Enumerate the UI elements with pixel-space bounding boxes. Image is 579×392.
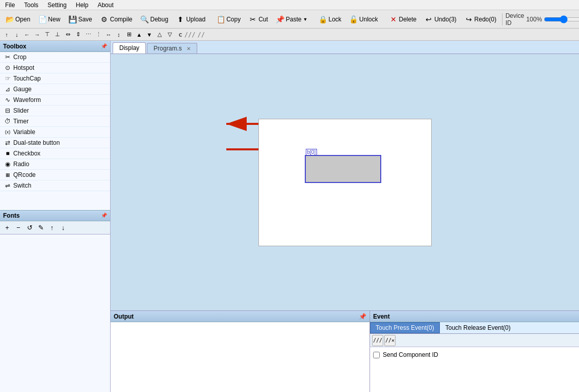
fonts-edit-button[interactable]: ✎ <box>36 222 46 232</box>
event-remove-code-button[interactable]: //✕ <box>384 335 396 346</box>
event-add-code-button[interactable]: /// <box>372 335 383 346</box>
toolbox-item-slider[interactable]: ⊟ Slider <box>0 106 110 116</box>
fonts-move-up-button[interactable]: ↑ <box>47 222 57 232</box>
paste-dropdown-icon: ▼ <box>303 17 308 22</box>
upload-icon: ⬆ <box>176 15 185 23</box>
cut-icon: ✂ <box>249 15 257 23</box>
menu-about[interactable]: About <box>94 1 116 9</box>
send-component-id-checkbox[interactable] <box>373 352 380 358</box>
redo-button[interactable]: ↪ Redo(0) <box>461 12 500 27</box>
zoom-slider[interactable] <box>544 15 579 23</box>
fonts-pin-button[interactable]: 📌 <box>101 213 107 218</box>
tabs-row: Display Program.s ✕ <box>111 41 579 54</box>
lock-button[interactable]: 🔒 Lock <box>315 12 345 27</box>
toolbox-header: Toolbox 📌 <box>0 41 110 52</box>
fonts-move-down-button[interactable]: ↓ <box>58 222 68 232</box>
center-area: Display Program.s ✕ <box>111 41 579 392</box>
tab-close-button[interactable]: ✕ <box>187 46 191 51</box>
paste-button[interactable]: 📌 Paste ▼ <box>273 12 311 27</box>
compile-icon: ⚙ <box>100 15 109 23</box>
align-center-v-icon[interactable]: ⇕ <box>73 30 83 39</box>
hotspot-icon: ⊙ <box>4 64 11 71</box>
copy-icon: 📋 <box>217 15 225 23</box>
canvas-component[interactable]: b[0] <box>305 155 381 183</box>
toolbox-item-label: Crop <box>13 54 27 61</box>
align-bottom-edge-icon[interactable]: ⊥ <box>53 30 62 39</box>
toolbox-item-label: Timer <box>13 118 29 125</box>
distribute-v-icon[interactable]: ⋮ <box>94 30 103 39</box>
fonts-header: Fonts 📌 <box>0 210 110 221</box>
open-button[interactable]: 📂 Open <box>2 12 34 27</box>
toolbox-list: ✂ Crop ⊙ Hotspot ☞ TouchCap ⊿ Gauge ∿ Wa… <box>0 52 110 210</box>
move-forward-icon[interactable]: △ <box>155 30 164 39</box>
toolbox-item-label: Switch <box>13 182 31 189</box>
toolbox-item-label: Dual-state button <box>13 139 60 146</box>
save-button[interactable]: 💾 Save <box>65 12 95 27</box>
tab-display[interactable]: Display <box>113 42 146 54</box>
align-left-icon[interactable]: ← <box>22 30 32 39</box>
toolbox-item-crop[interactable]: ✂ Crop <box>0 52 110 63</box>
output-title: Output <box>114 313 134 320</box>
event-tab-release[interactable]: Touch Release Event(0) <box>440 322 516 333</box>
same-size-icon[interactable]: ⊞ <box>124 30 134 39</box>
debug-button[interactable]: 🔍 Debug <box>137 12 172 27</box>
sep4 <box>502 13 503 25</box>
toolbox-item-label: Hotspot <box>13 64 34 71</box>
event-tabs: Touch Press Event(0) Touch Release Event… <box>370 322 579 334</box>
tab-program[interactable]: Program.s ✕ <box>147 43 197 54</box>
redo-icon: ↪ <box>465 15 473 23</box>
toolbox-item-checkbox[interactable]: ■ Checkbox <box>0 148 110 159</box>
menu-help[interactable]: Help <box>73 1 92 9</box>
new-button[interactable]: 📄 New <box>35 12 64 27</box>
toolbox-item-gauge[interactable]: ⊿ Gauge <box>0 84 110 95</box>
same-width-icon[interactable]: ↔ <box>104 30 113 39</box>
to-back-icon[interactable]: ▼ <box>145 30 154 39</box>
output-header: Output 📌 <box>111 311 370 322</box>
toolbox-item-qrcode[interactable]: ▦ QRcode <box>0 170 110 180</box>
toolbox-item-label: Gauge <box>13 86 32 93</box>
delete-button[interactable]: ✕ Delete <box>386 12 420 27</box>
upload-button[interactable]: ⬆ Upload <box>173 12 209 27</box>
align-top-edge-icon[interactable]: ⊤ <box>43 30 52 39</box>
align-down-icon[interactable]: ↓ <box>12 30 21 39</box>
canvas-output: b[0] Output 📌 Event <box>111 54 579 392</box>
toolbox-item-variable[interactable]: (x) Variable <box>0 127 110 138</box>
to-front-icon[interactable]: ▲ <box>135 30 144 39</box>
menu-file[interactable]: File <box>2 1 18 9</box>
same-height-icon[interactable]: ↕ <box>114 30 123 39</box>
toolbox-item-touchcap[interactable]: ☞ TouchCap <box>0 73 110 84</box>
toolbox-item-radio[interactable]: ◉ Radio <box>0 159 110 170</box>
toolbox-item-label: Variable <box>13 128 35 136</box>
distribute-h-icon[interactable]: ⋯ <box>84 30 93 39</box>
move-backward-icon[interactable]: ▽ <box>165 30 174 39</box>
toolbox-item-dual-state[interactable]: ⇄ Dual-state button <box>0 138 110 148</box>
copy-button[interactable]: 📋 Copy <box>213 12 244 27</box>
toolbox-item-switch[interactable]: ⇌ Switch <box>0 180 110 191</box>
toolbox-item-timer[interactable]: ⏱ Timer <box>0 116 110 127</box>
timer-icon: ⏱ <box>4 118 11 125</box>
menu-tools[interactable]: Tools <box>21 1 41 9</box>
fonts-remove-button[interactable]: − <box>13 222 23 232</box>
cut-button[interactable]: ✂ Cut <box>245 12 272 27</box>
align-up-icon[interactable]: ↑ <box>2 30 11 39</box>
toolbox-pin-button[interactable]: 📌 <box>101 43 107 49</box>
compile-button[interactable]: ⚙ Compile <box>97 12 136 27</box>
align-right-icon[interactable]: → <box>33 30 42 39</box>
save-icon: 💾 <box>68 15 76 23</box>
event-send-component-id-row: Send Component ID <box>373 349 576 360</box>
event-tab-press[interactable]: Touch Press Event(0) <box>370 322 440 333</box>
menu-setting[interactable]: Setting <box>44 1 69 9</box>
fonts-refresh-button[interactable]: ↺ <box>24 222 35 232</box>
toolbox-item-hotspot[interactable]: ⊙ Hotspot <box>0 63 110 73</box>
unlock-button[interactable]: 🔓 Unlock <box>346 12 382 27</box>
unlock-icon: 🔓 <box>350 15 358 23</box>
device-id-label: Device ID <box>506 12 524 27</box>
output-pin-button[interactable]: 📌 <box>359 313 366 320</box>
fonts-add-button[interactable]: + <box>2 222 12 232</box>
align-center-h-icon[interactable]: ⇔ <box>63 30 72 39</box>
gauge-icon: ⊿ <box>4 86 11 93</box>
event-panel: Event Touch Press Event(0) Touch Release… <box>370 311 579 392</box>
toolbox-item-waveform[interactable]: ∿ Waveform <box>0 95 110 106</box>
zoom-level: 100% <box>527 16 542 23</box>
undo-button[interactable]: ↩ Undo(3) <box>421 12 460 27</box>
